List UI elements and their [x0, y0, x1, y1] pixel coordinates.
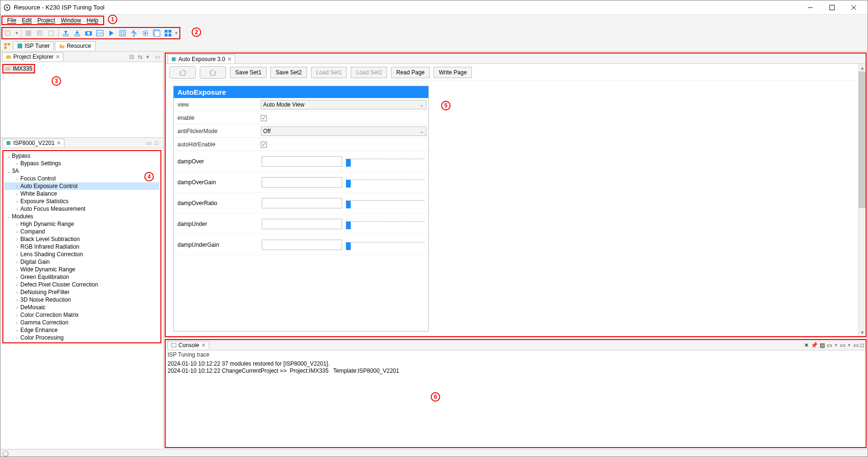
- tree-black-level[interactable]: ›Black Level Subtraction: [4, 235, 159, 243]
- copy-icon[interactable]: [46, 28, 56, 38]
- input-dampovergain[interactable]: [262, 177, 342, 188]
- slider-dampoverratio[interactable]: [346, 198, 425, 208]
- load-set2-button[interactable]: Load Set2: [351, 67, 387, 78]
- slider-dampovergain[interactable]: [346, 177, 425, 188]
- input-dampunder[interactable]: [262, 219, 342, 229]
- vertical-scrollbar[interactable]: ▴ ▾: [858, 64, 866, 336]
- download-icon[interactable]: [72, 28, 82, 38]
- tree-bypass-settings[interactable]: ›Bypass Settings: [4, 160, 159, 167]
- minimize-view-icon[interactable]: ▭: [155, 54, 161, 60]
- redo-button[interactable]: [200, 66, 226, 79]
- tree-3a[interactable]: ⌄3A: [4, 167, 159, 175]
- saveall-icon[interactable]: [35, 28, 45, 38]
- tree-denoising[interactable]: ›DeNoising PreFilter: [4, 288, 159, 296]
- console-display-icon[interactable]: ▭: [827, 342, 832, 349]
- input-dampundergain[interactable]: [262, 240, 342, 250]
- tree-demosaic[interactable]: ›DeMosaic: [4, 304, 159, 311]
- save-icon[interactable]: [23, 28, 34, 38]
- tree-color-processing[interactable]: ›Color Processing: [4, 334, 159, 341]
- perspective-resource[interactable]: Resource: [55, 41, 95, 50]
- gear-icon[interactable]: [140, 28, 151, 38]
- slider-dampover[interactable]: [346, 156, 425, 167]
- play-icon[interactable]: [106, 28, 116, 38]
- tree-auto-exposure-control[interactable]: ›Auto Exposure Control: [4, 182, 159, 190]
- menu-help[interactable]: Help: [84, 17, 101, 24]
- editor-tab-auto-exposure[interactable]: Auto Exposure 3.0 ✕: [168, 54, 235, 63]
- tree-wide-dr[interactable]: ›Wide Dynamic Range: [4, 266, 159, 273]
- tree-compand[interactable]: ›Compand: [4, 228, 159, 235]
- tree-edge-enhance[interactable]: ›Edge Enhance: [4, 326, 159, 334]
- tree-auto-focus-measurement[interactable]: ›Auto Focus Measurement: [4, 205, 159, 213]
- label-dampover: dampOver: [177, 158, 258, 165]
- tree-bypass[interactable]: ⌄Bypass: [4, 152, 159, 160]
- input-dampover[interactable]: [262, 156, 342, 167]
- close-tab-icon[interactable]: ✕: [55, 54, 60, 60]
- tree-modules[interactable]: ⌄Modules: [4, 213, 159, 220]
- checkbox-autohdr[interactable]: ✓: [261, 142, 267, 148]
- select-view[interactable]: Auto Mode View⌄: [261, 100, 426, 109]
- select-antiflicker[interactable]: Off⌄: [261, 126, 426, 136]
- console-open-icon[interactable]: ▤: [820, 342, 825, 349]
- close-tab-icon[interactable]: ✕: [227, 56, 232, 63]
- maximize-button[interactable]: [821, 0, 843, 15]
- upload-icon[interactable]: [61, 28, 71, 38]
- view-menu-icon[interactable]: ▾: [146, 54, 153, 60]
- tree-ccm[interactable]: ›Color Correction Matrix: [4, 311, 159, 319]
- tree-digital-gain[interactable]: ›Digital Gain: [4, 258, 159, 266]
- crop-icon[interactable]: [117, 28, 128, 38]
- tree-3d-noise[interactable]: ›3D Noise Reduction: [4, 296, 159, 304]
- checkbox-enable[interactable]: ✓: [261, 115, 267, 121]
- tree-defect-pixel[interactable]: ›Defect Pixel Cluster Correction: [4, 281, 159, 288]
- tree-rgb-ir[interactable]: ›RGB Infrared Radiation: [4, 243, 159, 251]
- tree-green-eq[interactable]: ›Green Equilibration: [4, 273, 159, 281]
- project-item-imx335[interactable]: IMX335: [2, 64, 35, 73]
- close-tab-icon[interactable]: ✕: [201, 342, 206, 349]
- usb-icon[interactable]: [129, 28, 139, 38]
- tree-focus-control[interactable]: ›Focus Control: [4, 175, 159, 182]
- minimize-view-icon[interactable]: ▭: [146, 140, 153, 146]
- new-dropdown-icon[interactable]: [3, 28, 14, 38]
- perspective-isp-tuner[interactable]: ISP Tuner: [13, 41, 54, 50]
- project-explorer-tab[interactable]: Project Explorer ✕: [2, 53, 63, 61]
- module-icon: [171, 56, 177, 62]
- tree-gamma[interactable]: ›Gamma Correction: [4, 319, 159, 326]
- isp-panel-tab[interactable]: ISP8000_V2201 ✕: [2, 139, 64, 147]
- slider-dampundergain[interactable]: [346, 240, 425, 250]
- save-set1-button[interactable]: Save Set1: [230, 67, 266, 78]
- save-set2-button[interactable]: Save Set2: [270, 67, 307, 78]
- tree-lens-shading[interactable]: ›Lens Shading Correction: [4, 251, 159, 258]
- minimize-view-icon[interactable]: ▭: [853, 342, 859, 349]
- camera-icon[interactable]: [83, 28, 94, 38]
- menu-file[interactable]: File: [4, 17, 19, 24]
- slider-dampunder[interactable]: [346, 219, 425, 229]
- scroll-down-icon[interactable]: ▾: [859, 329, 866, 336]
- close-tab-icon[interactable]: ✕: [56, 140, 61, 146]
- load-set1-button[interactable]: Load Set1: [311, 67, 347, 78]
- tree-exposure-statistics[interactable]: ›Exposure Statistics: [4, 197, 159, 205]
- menu-project[interactable]: Project: [35, 17, 58, 24]
- tree-hdr[interactable]: ›High Dynamic Range: [4, 220, 159, 228]
- menu-edit[interactable]: Edit: [19, 17, 35, 24]
- menu-window[interactable]: Window: [58, 17, 84, 24]
- scroll-up-icon[interactable]: ▴: [859, 64, 866, 72]
- console-content[interactable]: 2024-01-10 10:12:22 37 modules restored …: [166, 359, 866, 447]
- window-icon[interactable]: [151, 28, 162, 38]
- console-new-icon[interactable]: ▭: [840, 342, 845, 349]
- grid-icon[interactable]: [163, 28, 173, 38]
- close-button[interactable]: [843, 0, 865, 15]
- console-pin-icon[interactable]: 📌: [811, 342, 818, 349]
- read-page-button[interactable]: Read Page: [391, 67, 430, 78]
- maximize-view-icon[interactable]: □: [860, 342, 864, 349]
- link-icon[interactable]: ⇆: [138, 54, 144, 60]
- input-dampoverratio[interactable]: [262, 198, 342, 208]
- collapse-icon[interactable]: ⊟: [129, 54, 136, 60]
- maximize-view-icon[interactable]: □: [155, 140, 161, 146]
- console-tab[interactable]: Console ✕: [168, 341, 209, 349]
- minimize-button[interactable]: [799, 0, 821, 15]
- perspective-open-icon[interactable]: [2, 41, 12, 51]
- image-icon[interactable]: [95, 28, 105, 38]
- console-clear-icon[interactable]: ✕: [804, 342, 809, 349]
- write-page-button[interactable]: Write Page: [434, 67, 472, 78]
- tree-white-balance[interactable]: ›White Balance: [4, 190, 159, 197]
- undo-button[interactable]: [169, 66, 196, 79]
